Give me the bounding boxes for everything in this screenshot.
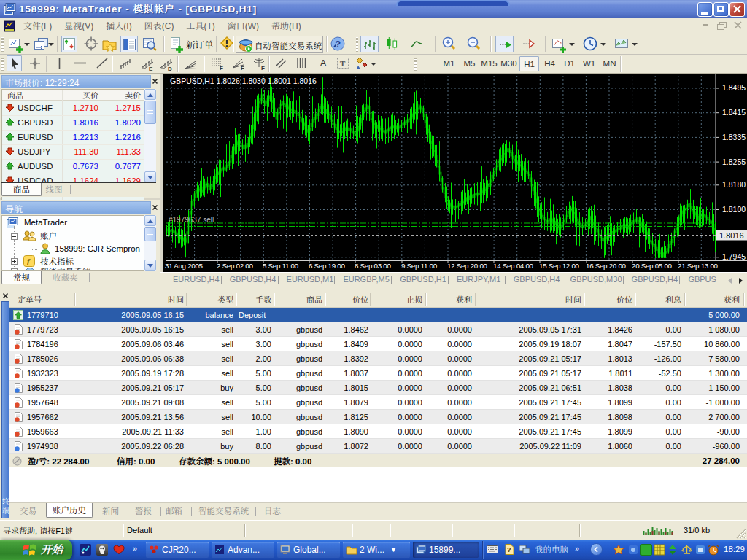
svg-text:2 Sep 02:00: 2 Sep 02:00	[217, 262, 253, 270]
svg-text:F: F	[241, 65, 244, 71]
svg-text:1.7945: 1.7945	[722, 252, 746, 261]
svg-text:T: T	[340, 59, 346, 68]
svg-text:1.8255: 1.8255	[722, 158, 746, 166]
svg-text:#1979637 sell: #1979637 sell	[169, 216, 214, 224]
svg-text:16 Sep 20:00: 16 Sep 20:00	[586, 262, 627, 270]
svg-text:15 Sep 12:00: 15 Sep 12:00	[539, 262, 580, 270]
svg-text:6 Sep 19:00: 6 Sep 19:00	[309, 262, 345, 270]
svg-text:GBPUSD,H1 1.8026 1.8030 1.800: GBPUSD,H1 1.8026 1.8030 1.8001 1.8016	[170, 77, 317, 85]
svg-text:1.8180: 1.8180	[722, 180, 746, 189]
svg-text:5 Sep 11:00: 5 Sep 11:00	[263, 262, 299, 270]
svg-text:1.8335: 1.8335	[722, 133, 746, 141]
svg-text:31 Aug 2005: 31 Aug 2005	[165, 262, 204, 270]
svg-text:E: E	[149, 66, 153, 72]
svg-text:1.8100: 1.8100	[722, 205, 746, 214]
svg-text:1.8415: 1.8415	[722, 108, 746, 117]
svg-text:1.8016: 1.8016	[719, 231, 744, 240]
svg-text:1.8495: 1.8495	[722, 83, 746, 92]
svg-text:8 Sep 03:00: 8 Sep 03:00	[355, 262, 391, 270]
svg-text:F: F	[220, 65, 223, 71]
svg-text:?: ?	[335, 39, 341, 50]
svg-text:F: F	[261, 65, 265, 71]
svg-text:D: D	[168, 66, 172, 72]
svg-text:?: ?	[507, 546, 511, 553]
svg-text:21 Sep 13:00: 21 Sep 13:00	[678, 262, 719, 270]
svg-text:9 Sep 11:00: 9 Sep 11:00	[401, 262, 438, 270]
svg-text:14 Sep 04:00: 14 Sep 04:00	[493, 262, 534, 270]
svg-text:20 Sep 05:00: 20 Sep 05:00	[632, 262, 673, 270]
svg-text:12 Sep 20:00: 12 Sep 20:00	[447, 262, 488, 270]
